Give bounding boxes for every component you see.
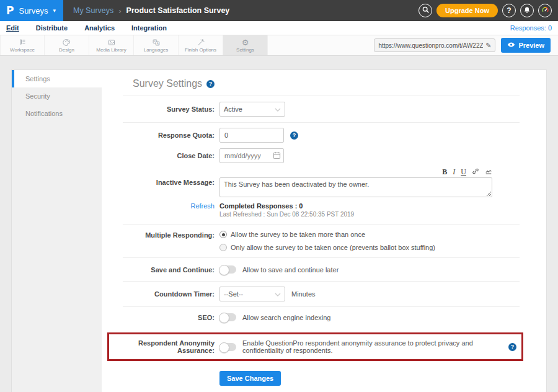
survey-settings-help-icon[interactable]: ?: [206, 80, 215, 88]
tab-finish-options[interactable]: Finish Options: [179, 35, 223, 55]
image-icon: [107, 38, 116, 47]
countdown-timer-label: Countdown Timer:: [102, 290, 219, 298]
questionpro-logo: P: [6, 4, 14, 17]
response-quota-help-icon[interactable]: ?: [290, 131, 298, 140]
countdown-timer-row: Countdown Timer: --Set-- Minutes: [102, 282, 546, 306]
bold-button[interactable]: B: [442, 168, 447, 176]
toolbar-right: https://www.questionpro.com/t/AW22Zf4yf …: [374, 35, 558, 55]
anonymity-help-icon[interactable]: ?: [508, 343, 516, 351]
gear-icon: ⚙: [242, 38, 249, 47]
translate-icon: xA: [152, 38, 161, 47]
chevron-down-icon: ▾: [53, 7, 56, 14]
multiple-responding-label: Multiple Responding:: [102, 231, 219, 239]
save-and-continue-label: Save and Continue:: [102, 266, 219, 274]
chevron-down-icon: [275, 105, 281, 113]
response-quota-input[interactable]: [219, 128, 284, 143]
inactive-message-label: Inactive Message:: [102, 167, 219, 186]
seo-toggle[interactable]: [219, 313, 236, 321]
breadcrumb-my-surveys[interactable]: My Surveys: [73, 6, 113, 15]
survey-nav: Edit Distribute Analytics Integration Re…: [0, 21, 558, 35]
breadcrumb-current-survey: Product Satisfaction Survey: [126, 6, 230, 15]
responses-summary-row: Refresh Completed Responses : 0 Last Ref…: [102, 202, 546, 218]
anonymity-highlight-box: Respondent Anonymity Assurance: Enable Q…: [107, 332, 523, 361]
breadcrumb: My Surveys › Product Satisfaction Survey: [73, 6, 229, 16]
radio-only-once[interactable]: Only allow the survey to be taken once (…: [219, 244, 435, 251]
link-icon[interactable]: [472, 167, 479, 176]
upgrade-now-button[interactable]: Upgrade Now: [436, 4, 498, 17]
rich-text-toolbar: B I U: [219, 167, 492, 176]
settings-card: Settings Security Notifications Survey S…: [11, 69, 547, 392]
page-body: Settings Security Notifications Survey S…: [0, 56, 558, 392]
tab-settings[interactable]: ⚙ Settings: [223, 35, 268, 55]
app-switcher[interactable]: P Surveys ▾: [0, 0, 63, 21]
save-changes-button[interactable]: Save Changes: [219, 371, 281, 386]
survey-url-text: https://www.questionpro.com/t/AW22Zf4yf: [378, 42, 483, 49]
settings-content: Survey Settings ? Survey Status: Active …: [102, 70, 546, 392]
tab-media-library[interactable]: Media Library: [89, 35, 134, 55]
question-mark-icon: ?: [507, 6, 511, 15]
preview-button[interactable]: Preview: [501, 38, 551, 53]
account-usage-button[interactable]: [538, 4, 552, 17]
survey-status-label: Survey Status:: [102, 105, 219, 113]
radio-allow-multiple[interactable]: Allow the survey to be taken more than o…: [219, 231, 435, 238]
save-row: Save Changes: [102, 371, 546, 392]
survey-status-select[interactable]: Active: [219, 102, 285, 117]
sidebar-item-security[interactable]: Security: [12, 87, 102, 105]
tab-design[interactable]: Design: [45, 35, 89, 55]
save-and-continue-description: Allow to save and continue later: [242, 266, 339, 274]
seo-description: Allow search engine indexing: [242, 314, 330, 321]
tab-languages[interactable]: xA Languages: [134, 35, 179, 55]
last-refreshed: Last Refreshed : Sun Dec 08 22:50:35 PST…: [219, 211, 354, 218]
help-button[interactable]: ?: [502, 4, 516, 17]
edit-url-icon[interactable]: ✎: [485, 42, 491, 50]
response-quota-label: Response Quota:: [102, 131, 219, 139]
anonymity-label: Respondent Anonymity Assurance:: [109, 339, 219, 354]
response-quota-row: Response Quota: ?: [102, 123, 546, 145]
anonymity-description: Enable QuestionPro respondent anonymity …: [242, 339, 505, 354]
insert-image-icon[interactable]: [485, 167, 492, 176]
save-and-continue-row: Save and Continue: Allow to save and con…: [102, 258, 546, 281]
radio-selected-icon[interactable]: [219, 231, 227, 238]
eye-icon: [507, 42, 515, 49]
edit-toolbar: Workspace Design Media Library xA Langua…: [0, 35, 558, 56]
multiple-responding-row: Multiple Responding: Allow the survey to…: [102, 225, 546, 257]
completed-responses: Completed Responses : 0: [219, 202, 354, 210]
magic-wand-icon: [197, 38, 205, 47]
chevron-down-icon: [275, 290, 281, 298]
survey-url-field[interactable]: https://www.questionpro.com/t/AW22Zf4yf …: [374, 38, 495, 52]
italic-button[interactable]: I: [453, 168, 455, 176]
tab-edit[interactable]: Edit: [6, 24, 19, 32]
notifications-button[interactable]: [520, 4, 534, 17]
refresh-link[interactable]: Refresh: [102, 202, 219, 218]
close-date-row: Close Date:: [102, 145, 546, 166]
settings-sidebar: Settings Security Notifications: [12, 70, 102, 392]
bell-icon: [523, 6, 531, 16]
tab-analytics[interactable]: Analytics: [84, 24, 115, 32]
countdown-timer-select[interactable]: --Set--: [219, 287, 285, 301]
seo-row: SEO: Allow search engine indexing: [102, 307, 546, 327]
search-icon: [422, 6, 430, 16]
svg-text:A: A: [156, 42, 158, 45]
sidebar-item-notifications[interactable]: Notifications: [12, 105, 102, 122]
tab-distribute[interactable]: Distribute: [36, 24, 68, 32]
top-navbar: P Surveys ▾ My Surveys › Product Satisfa…: [0, 0, 558, 21]
tab-integration[interactable]: Integration: [131, 24, 167, 32]
survey-status-row: Survey Status: Active: [102, 96, 546, 122]
countdown-timer-suffix: Minutes: [291, 290, 316, 298]
gauge-icon: [541, 6, 549, 16]
breadcrumb-separator: ›: [118, 6, 121, 16]
sidebar-item-settings[interactable]: Settings: [12, 70, 102, 87]
page-title: Survey Settings: [133, 78, 202, 89]
responses-count[interactable]: Responses: 0: [510, 24, 552, 32]
anonymity-toggle[interactable]: [219, 343, 236, 351]
seo-label: SEO:: [102, 314, 219, 321]
underline-button[interactable]: U: [461, 168, 466, 176]
save-and-continue-toggle[interactable]: [219, 265, 236, 274]
inactive-message-textarea[interactable]: This Survey has been deactivated by the …: [219, 177, 492, 197]
tab-workspace[interactable]: Workspace: [0, 35, 45, 55]
search-button[interactable]: [418, 4, 432, 17]
topbar-actions: Upgrade Now ?: [418, 4, 558, 17]
inactive-message-row: Inactive Message: B I U This Survey has …: [102, 166, 546, 200]
close-date-label: Close Date:: [102, 152, 219, 159]
radio-unselected-icon[interactable]: [219, 244, 227, 251]
